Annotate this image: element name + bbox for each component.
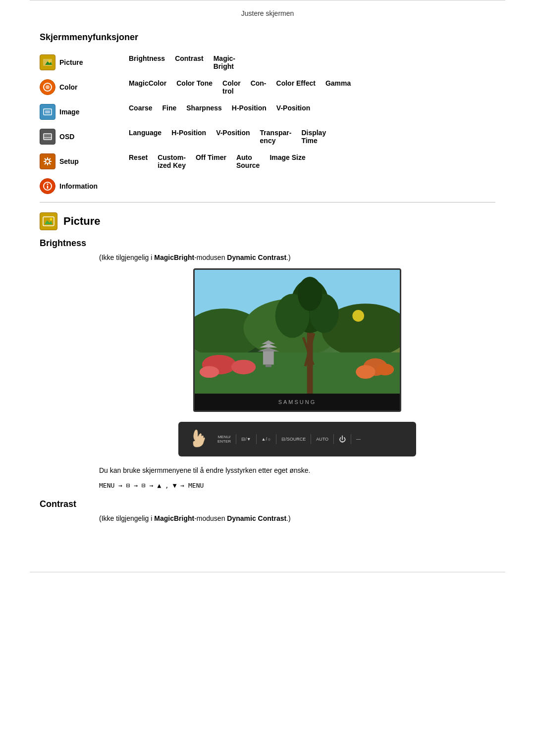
setup-label: Setup xyxy=(59,157,79,165)
svg-rect-7 xyxy=(44,134,52,140)
opt-magic-bright: Magic-Bright xyxy=(214,54,235,70)
svg-point-39 xyxy=(298,277,322,311)
svg-line-18 xyxy=(45,163,46,165)
opt-magic-color: MagicColor xyxy=(129,79,166,95)
osd-menu-item: OSD xyxy=(40,126,129,148)
opt-contrast: Contrast xyxy=(175,54,204,70)
picture-section: Picture Brightness (Ikke tilgjengelig i … xyxy=(40,212,495,522)
menu-row-information: Information xyxy=(40,175,495,197)
contrast-heading: Contrast xyxy=(40,499,495,509)
opt-auto-source: AutoSource xyxy=(236,153,260,169)
content-area: Skjermmenyfunksjoner Picture Brightness … xyxy=(0,22,535,552)
ctrl-sep4 xyxy=(311,434,311,444)
svg-point-47 xyxy=(356,365,375,379)
monitor-frame: SAMSUNG xyxy=(193,268,401,412)
opt-v-position-img: V-Position xyxy=(276,104,310,112)
picture-label: Picture xyxy=(59,58,83,66)
svg-point-48 xyxy=(376,364,394,376)
opt-con: Con- xyxy=(251,79,267,95)
opt-customized-key: Custom-ized Key xyxy=(158,153,186,169)
ctrl-brightness-btn: ▲/☼ xyxy=(262,437,271,442)
setup-options: Reset Custom-ized Key Off Timer AutoSour… xyxy=(129,151,495,172)
opt-fine: Fine xyxy=(162,104,176,112)
svg-rect-6 xyxy=(45,110,50,113)
ctrl-adjust: ⊟/▼ xyxy=(241,437,251,442)
svg-point-10 xyxy=(46,159,50,163)
svg-line-15 xyxy=(45,158,46,160)
picture-options: Brightness Contrast Magic-Bright xyxy=(129,51,495,73)
contrast-content: (Ikke tilgjengelig i MagicBright-modusen… xyxy=(40,514,495,522)
picture-section-icon xyxy=(40,212,57,230)
opt-image-size: Image Size xyxy=(269,153,305,169)
opt-language: Language xyxy=(129,129,161,145)
monitor-brand: SAMSUNG xyxy=(195,394,400,410)
brand-text: SAMSUNG xyxy=(278,399,317,405)
picture-icon xyxy=(40,54,55,70)
bottom-border xyxy=(30,572,505,572)
svg-point-21 xyxy=(47,184,49,185)
ctrl-sep6 xyxy=(351,434,351,444)
ctrl-auto: AUTO xyxy=(316,437,328,442)
brightness-content: (Ikke tilgjengelig i MagicBright-modusen… xyxy=(40,253,495,489)
opt-color-trol: Colortrol xyxy=(222,79,241,95)
contrast-section: Contrast (Ikke tilgjengelig i MagicBrigh… xyxy=(40,499,495,522)
svg-point-24 xyxy=(50,218,53,221)
osd-options: Language H-Position V-Position Transpar-… xyxy=(129,126,495,148)
opt-sharpness: Sharpness xyxy=(186,104,222,112)
svg-point-4 xyxy=(46,85,50,89)
main-section-heading: Skjermmenyfunksjoner xyxy=(40,32,495,43)
contrast-note: (Ikke tilgjengelig i MagicBright-modusen… xyxy=(99,514,495,522)
ctrl-sep2 xyxy=(256,434,257,444)
contrast-magic-bright-bold: MagicBright xyxy=(154,514,194,522)
information-icon xyxy=(40,178,55,194)
menu-row-color: Color MagicColor Color Tone Colortrol Co… xyxy=(40,76,495,98)
opt-color-effect: Color Effect xyxy=(276,79,316,95)
image-options: Coarse Fine Sharpness H-Position V-Posit… xyxy=(129,101,495,115)
control-panel-container: MENU/ENTER ⊟/▼ ▲/☼ ⊟/SOURCE AUTO ⏻ — xyxy=(99,422,495,456)
picture-menu-item: Picture xyxy=(40,51,129,73)
opt-color-tone: Color Tone xyxy=(176,79,213,95)
menu-row-image: Image Coarse Fine Sharpness H-Position V… xyxy=(40,101,495,123)
osd-icon xyxy=(40,129,55,145)
menu-row-osd: OSD Language H-Position V-Position Trans… xyxy=(40,126,495,148)
monitor-wrapper: SAMSUNG xyxy=(193,268,401,412)
svg-marker-23 xyxy=(45,220,53,224)
ctrl-menu-enter: MENU/ENTER xyxy=(217,435,231,444)
opt-gamma: Gamma xyxy=(325,79,351,95)
picture-section-heading: Picture xyxy=(40,212,495,230)
menu-row-setup: Setup Reset Custom-ized Key Off Timer Au… xyxy=(40,151,495,172)
control-panel: MENU/ENTER ⊟/▼ ▲/☼ ⊟/SOURCE AUTO ⏻ — xyxy=(178,422,416,456)
brightness-nav-text: Du kan bruke skjermmenyene til å endre l… xyxy=(99,466,495,474)
svg-point-32 xyxy=(200,366,219,378)
information-menu-item: Information xyxy=(40,175,129,197)
hand-cursor-icon xyxy=(189,426,208,453)
brightness-heading: Brightness xyxy=(40,238,495,249)
image-label: Image xyxy=(59,108,79,116)
svg-rect-44 xyxy=(266,364,271,367)
ctrl-sep5 xyxy=(333,434,334,444)
svg-line-17 xyxy=(50,158,51,160)
ctrl-source: ⊟/SOURCE xyxy=(281,437,306,442)
svg-point-31 xyxy=(231,360,256,375)
osd-label: OSD xyxy=(59,133,74,141)
ctrl-dash: — xyxy=(356,437,361,442)
picture-section-title: Picture xyxy=(63,215,101,228)
svg-point-2 xyxy=(49,60,51,62)
opt-coarse: Coarse xyxy=(129,104,152,112)
color-icon xyxy=(40,79,55,95)
opt-h-position-img: H-Position xyxy=(232,104,267,112)
setup-icon xyxy=(40,153,55,169)
color-label: Color xyxy=(59,83,78,91)
information-label: Information xyxy=(59,182,98,190)
image-menu-item: Image xyxy=(40,101,129,123)
opt-v-position-osd: V-Position xyxy=(216,129,250,145)
ctrl-power: ⏻ xyxy=(339,435,346,443)
svg-line-16 xyxy=(50,163,51,165)
svg-rect-22 xyxy=(43,217,54,226)
opt-brightness: Brightness xyxy=(129,54,165,70)
dynamic-contrast-bold: Dynamic Contrast xyxy=(227,253,286,261)
color-options: MagicColor Color Tone Colortrol Con- Col… xyxy=(129,76,495,98)
ctrl-sep1 xyxy=(236,434,236,444)
svg-point-45 xyxy=(352,310,364,322)
page-title: Justere skjermen xyxy=(0,0,535,22)
